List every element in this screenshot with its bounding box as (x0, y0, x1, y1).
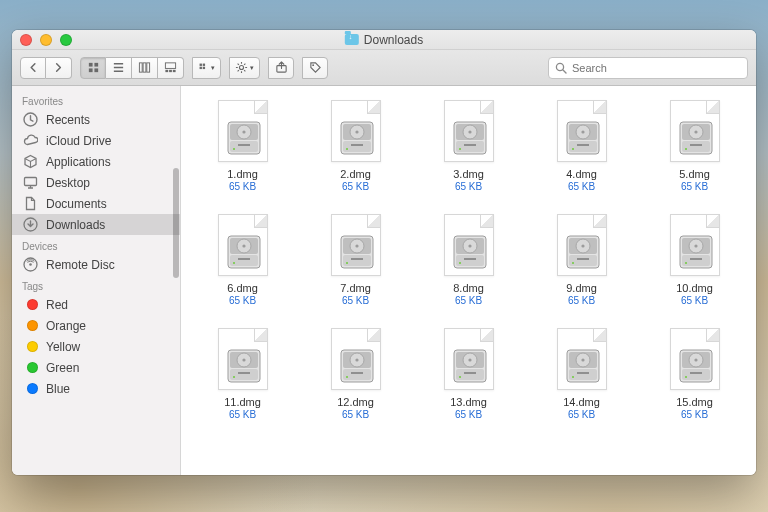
file-size: 65 KB (568, 295, 595, 306)
file-item[interactable]: 13.dmg65 KB (417, 328, 520, 420)
downloads-folder-icon (345, 34, 359, 45)
file-item[interactable]: 15.dmg65 KB (643, 328, 746, 420)
file-size: 65 KB (455, 181, 482, 192)
file-size: 65 KB (342, 295, 369, 306)
file-name: 6.dmg (227, 282, 258, 294)
file-name: 12.dmg (337, 396, 374, 408)
icon-view-button[interactable] (80, 57, 106, 79)
sidebar-item-recents[interactable]: Recents (12, 109, 180, 130)
blue-tag-icon (22, 381, 39, 396)
dmg-file-icon (670, 328, 720, 390)
arrange-button[interactable]: ▾ (192, 57, 221, 79)
sidebar: FavoritesRecentsiCloud DriveApplications… (12, 86, 181, 475)
window-title-text: Downloads (364, 33, 423, 47)
file-item[interactable]: 4.dmg65 KB (530, 100, 633, 192)
sidebar-item-label: Remote Disc (46, 258, 115, 272)
gallery-view-button[interactable] (158, 57, 184, 79)
dmg-file-icon (218, 328, 268, 390)
dmg-file-icon (218, 100, 268, 162)
file-item[interactable]: 11.dmg65 KB (191, 328, 294, 420)
file-name: 10.dmg (676, 282, 713, 294)
file-item[interactable]: 9.dmg65 KB (530, 214, 633, 306)
column-view-button[interactable] (132, 57, 158, 79)
file-name: 14.dmg (563, 396, 600, 408)
dmg-file-icon (444, 214, 494, 276)
close-button[interactable] (20, 34, 32, 46)
file-name: 3.dmg (453, 168, 484, 180)
sidebar-item-green[interactable]: Green (12, 357, 180, 378)
dmg-file-icon (444, 100, 494, 162)
sidebar-item-red[interactable]: Red (12, 294, 180, 315)
file-item[interactable]: 2.dmg65 KB (304, 100, 407, 192)
download-icon (22, 217, 39, 232)
sidebar-item-blue[interactable]: Blue (12, 378, 180, 399)
nav-buttons (20, 57, 72, 79)
file-item[interactable]: 8.dmg65 KB (417, 214, 520, 306)
sidebar-item-remote-disc[interactable]: Remote Disc (12, 254, 180, 275)
search-field[interactable] (548, 57, 748, 79)
sidebar-item-label: Yellow (46, 340, 80, 354)
sidebar-item-documents[interactable]: Documents (12, 193, 180, 214)
desktop-icon (22, 175, 39, 190)
file-name: 7.dmg (340, 282, 371, 294)
sidebar-item-label: Red (46, 298, 68, 312)
file-name: 4.dmg (566, 168, 597, 180)
dmg-file-icon (557, 100, 607, 162)
file-item[interactable]: 1.dmg65 KB (191, 100, 294, 192)
remote-icon (22, 257, 39, 272)
sidebar-item-label: Orange (46, 319, 86, 333)
content-area[interactable]: 1.dmg65 KB2.dmg65 KB3.dmg65 KB4.dmg65 KB… (181, 86, 756, 475)
dmg-file-icon (331, 100, 381, 162)
file-name: 11.dmg (224, 396, 261, 408)
cloud-icon (22, 133, 39, 148)
file-item[interactable]: 7.dmg65 KB (304, 214, 407, 306)
sidebar-item-label: iCloud Drive (46, 134, 111, 148)
window-title: Downloads (345, 33, 423, 47)
sidebar-item-label: Desktop (46, 176, 90, 190)
file-name: 15.dmg (676, 396, 713, 408)
titlebar[interactable]: Downloads (12, 30, 756, 50)
file-name: 9.dmg (566, 282, 597, 294)
share-button[interactable] (268, 57, 294, 79)
sidebar-item-orange[interactable]: Orange (12, 315, 180, 336)
dmg-file-icon (670, 100, 720, 162)
file-item[interactable]: 10.dmg65 KB (643, 214, 746, 306)
dmg-file-icon (557, 328, 607, 390)
sidebar-item-applications[interactable]: Applications (12, 151, 180, 172)
forward-button[interactable] (46, 57, 72, 79)
file-size: 65 KB (342, 181, 369, 192)
window-controls (20, 34, 72, 46)
tag-button[interactable] (302, 57, 328, 79)
sidebar-header: Favorites (12, 90, 180, 109)
file-item[interactable]: 6.dmg65 KB (191, 214, 294, 306)
file-size: 65 KB (681, 295, 708, 306)
sidebar-item-downloads[interactable]: Downloads (12, 214, 180, 235)
sidebar-item-desktop[interactable]: Desktop (12, 172, 180, 193)
file-item[interactable]: 12.dmg65 KB (304, 328, 407, 420)
sidebar-item-label: Documents (46, 197, 107, 211)
file-item[interactable]: 14.dmg65 KB (530, 328, 633, 420)
back-button[interactable] (20, 57, 46, 79)
list-view-button[interactable] (106, 57, 132, 79)
view-buttons (80, 57, 184, 79)
clock-icon (22, 112, 39, 127)
file-grid: 1.dmg65 KB2.dmg65 KB3.dmg65 KB4.dmg65 KB… (191, 100, 746, 420)
apps-icon (22, 154, 39, 169)
action-button[interactable]: ▾ (229, 57, 260, 79)
file-name: 2.dmg (340, 168, 371, 180)
file-size: 65 KB (681, 409, 708, 420)
sidebar-scrollbar[interactable] (173, 168, 179, 278)
sidebar-item-yellow[interactable]: Yellow (12, 336, 180, 357)
file-item[interactable]: 5.dmg65 KB (643, 100, 746, 192)
minimize-button[interactable] (40, 34, 52, 46)
sidebar-item-label: Downloads (46, 218, 105, 232)
zoom-button[interactable] (60, 34, 72, 46)
file-size: 65 KB (681, 181, 708, 192)
file-size: 65 KB (568, 409, 595, 420)
sidebar-item-label: Green (46, 361, 79, 375)
search-input[interactable] (572, 62, 741, 74)
file-item[interactable]: 3.dmg65 KB (417, 100, 520, 192)
sidebar-item-icloud-drive[interactable]: iCloud Drive (12, 130, 180, 151)
orange-tag-icon (22, 318, 39, 333)
toolbar: ▾ ▾ (12, 50, 756, 86)
